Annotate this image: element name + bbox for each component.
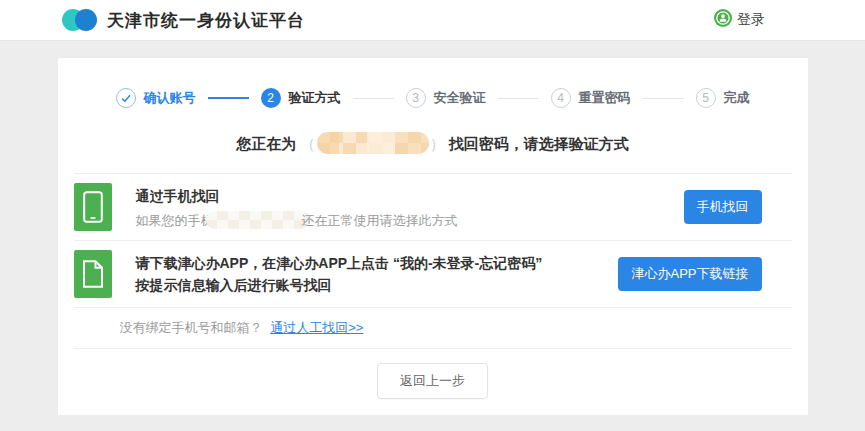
redacted-phone-mosaic bbox=[206, 211, 310, 229]
prompt-prefix: 您正在为 bbox=[236, 135, 296, 152]
manual-recovery-link[interactable]: 通过人工找回>> bbox=[270, 320, 363, 335]
option-phone-recovery: 通过手机找回 如果您的手机还在正常使用请选择此方式 手机找回 bbox=[74, 173, 792, 240]
option-phone-desc: 如果您的手机还在正常使用请选择此方式 bbox=[136, 211, 458, 230]
manual-recovery-row: 没有绑定手机号和邮箱？ 通过人工找回>> bbox=[74, 307, 792, 348]
check-icon bbox=[116, 88, 136, 108]
app-download-link-button[interactable]: 津心办APP下载链接 bbox=[618, 257, 761, 291]
back-row: 返回上一步 bbox=[74, 348, 792, 399]
option-app-text: 请下载津心办APP，在津心办APP上点击 “我的-未登录-忘记密码” 按提示信息… bbox=[136, 252, 543, 296]
step-security-verification: 3 安全验证 bbox=[406, 88, 486, 108]
step-number: 3 bbox=[406, 88, 426, 108]
back-button[interactable]: 返回上一步 bbox=[377, 363, 488, 399]
step-complete: 5 完成 bbox=[696, 88, 750, 108]
platform-logo bbox=[62, 9, 97, 31]
user-icon bbox=[714, 9, 732, 31]
password-recovery-card: 确认账号 2 验证方式 3 安全验证 4 重置密码 bbox=[58, 58, 808, 415]
step-verification-method: 2 验证方式 bbox=[261, 88, 341, 108]
redacted-account-mosaic bbox=[317, 132, 429, 154]
prompt-line: 您正在为 （ ） 找回密码，请选择验证方式 bbox=[58, 132, 808, 154]
paren-open: （ bbox=[300, 135, 315, 152]
login-label: 登录 bbox=[737, 11, 765, 29]
step-number: 5 bbox=[696, 88, 716, 108]
step-label: 验证方式 bbox=[289, 89, 341, 107]
step-connector bbox=[643, 98, 684, 99]
page-background: 确认账号 2 验证方式 3 安全验证 4 重置密码 bbox=[0, 41, 865, 431]
step-connector bbox=[353, 98, 394, 99]
prompt-suffix: 找回密码，请选择验证方式 bbox=[449, 135, 629, 152]
logo-blue-circle bbox=[75, 9, 97, 31]
phone-icon bbox=[74, 183, 112, 231]
paren-close: ） bbox=[430, 135, 445, 152]
help-question: 没有绑定手机号和邮箱？ bbox=[120, 320, 263, 335]
stepper: 确认账号 2 验证方式 3 安全验证 4 重置密码 bbox=[58, 58, 808, 108]
login-button[interactable]: 登录 bbox=[714, 9, 765, 31]
step-confirm-account: 确认账号 bbox=[116, 88, 196, 108]
option-app-line1: 请下载津心办APP，在津心办APP上点击 “我的-未登录-忘记密码” bbox=[136, 252, 543, 274]
option-app-recovery: 请下载津心办APP，在津心办APP上点击 “我的-未登录-忘记密码” 按提示信息… bbox=[74, 240, 792, 307]
options-list: 通过手机找回 如果您的手机还在正常使用请选择此方式 手机找回 bbox=[74, 173, 792, 399]
screen: 天津市统一身份认证平台 登录 确认账号 bbox=[0, 0, 865, 431]
header: 天津市统一身份认证平台 登录 bbox=[0, 0, 865, 41]
step-connector bbox=[498, 98, 539, 99]
page-title: 天津市统一身份认证平台 bbox=[107, 9, 305, 32]
option-phone-title: 通过手机找回 bbox=[136, 185, 458, 207]
step-number: 2 bbox=[261, 88, 281, 108]
option-app-line2: 按提示信息输入后进行账号找回 bbox=[136, 274, 543, 296]
step-label: 确认账号 bbox=[144, 89, 196, 107]
step-label: 安全验证 bbox=[434, 89, 486, 107]
step-label: 重置密码 bbox=[579, 89, 631, 107]
step-label: 完成 bbox=[724, 89, 750, 107]
document-icon bbox=[74, 250, 112, 298]
step-connector bbox=[208, 97, 249, 99]
phone-recovery-button[interactable]: 手机找回 bbox=[684, 190, 762, 224]
step-number: 4 bbox=[551, 88, 571, 108]
option-phone-text: 通过手机找回 如果您的手机还在正常使用请选择此方式 bbox=[136, 185, 458, 230]
step-reset-password: 4 重置密码 bbox=[551, 88, 631, 108]
